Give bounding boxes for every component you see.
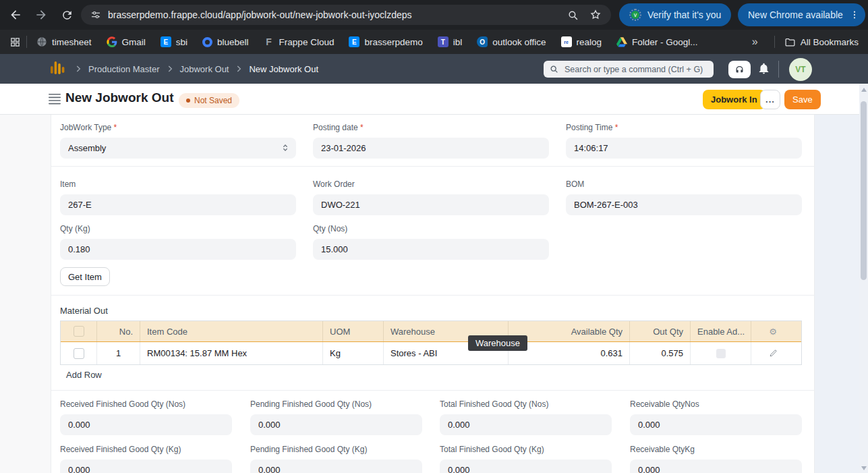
material-out-section-label: Material Out [60,306,108,316]
select-all-checkbox[interactable] [74,326,84,337]
search-icon [550,65,558,74]
apps-grid-icon[interactable] [9,36,21,48]
field-posting-date: Posting date [313,123,549,159]
bookmarks-overflow-chevron[interactable]: » [752,36,758,48]
bookmark-ibl[interactable]: T ibl [438,36,463,47]
site-settings-icon[interactable] [90,9,101,20]
scrollbar-thumb[interactable] [861,101,867,280]
pencil-edit-icon[interactable] [769,349,778,358]
page-title: New Jobwork Out [65,90,173,105]
pending-fg-qty-kg-input[interactable] [250,460,422,473]
more-actions-button[interactable]: ... [760,90,780,109]
qty-nos-input[interactable] [313,239,549,260]
erp-icon: E [349,36,359,47]
header-cell: Enable Ad... [691,321,751,341]
total-fg-qty-nos-input[interactable] [440,414,612,435]
verify-identity-button[interactable]: v Verify that it's you [619,3,731,26]
bookmark-bluebell[interactable]: bluebell [202,37,249,47]
page-header: New Jobwork Out Not Saved Jobwork In ...… [0,84,868,115]
posting-date-input[interactable] [313,138,549,159]
bookmark-brasserpdemo[interactable]: E brasserpdemo [349,36,422,47]
enable-additional-checkbox[interactable] [716,349,726,358]
all-bookmarks-button[interactable]: All Bookmarks [784,36,859,48]
field-label: Pending Finished Good Qty (Nos) [250,399,422,409]
sidebar-toggle-icon[interactable] [49,94,61,107]
status-badge-label: Not Saved [194,96,232,105]
pending-fg-qty-nos-input[interactable] [250,414,422,435]
field-label: Posting date [313,123,549,132]
back-icon[interactable] [8,7,23,22]
url-text[interactable]: brasserpdemo.frappe.cloud/app/jobwork-ou… [108,9,560,20]
bookmark-google-drive-folder[interactable]: Folder - Googl... [616,37,698,47]
bookmark-label: outlook office [492,37,546,47]
field-label: Received Finished Good Qty (Nos) [60,399,232,409]
google-drive-icon [616,37,627,47]
item-input[interactable] [60,194,296,215]
field-jobwork-type: JobWork Type [60,123,296,159]
gear-icon[interactable]: ⚙ [769,327,777,337]
field-qty-kg: Qty (Kg) [60,224,296,260]
breadcrumb-jobwork-out[interactable]: Jobwork Out [180,64,229,74]
total-fg-qty-kg-input[interactable] [440,460,612,473]
chrome-update-button[interactable]: New Chrome available [738,3,865,26]
field-label: Work Order [313,179,549,189]
row-edit-cell [751,342,794,364]
item-code-cell[interactable]: RM00134: 15.87 MM Hex [140,342,323,364]
address-bar[interactable]: brasserpdemo.frappe.cloud/app/jobwork-ou… [81,5,611,25]
verify-avatar-icon: v [629,9,641,21]
verify-identity-label: Verify that it's you [647,9,721,20]
form-container: JobWork Type Posting date Posting Time I… [51,115,815,473]
row-checkbox[interactable] [74,348,84,359]
uom-cell[interactable]: Kg [323,342,384,364]
qty-kg-input[interactable] [60,239,296,260]
global-search-input[interactable] [563,64,707,75]
user-avatar[interactable]: VT [789,58,812,81]
work-order-input[interactable] [313,194,549,215]
bookmark-gmail[interactable]: Gmail [107,36,146,47]
get-item-button[interactable]: Get Item [60,267,110,286]
bom-input[interactable] [566,194,802,215]
out-qty-cell[interactable]: 0.575 [630,342,691,364]
divider [774,36,775,48]
enable-additional-cell [691,342,751,364]
notifications-bell-icon[interactable] [757,61,770,78]
bookmark-outlook-office[interactable]: O outlook office [477,36,546,47]
app-logo-icon[interactable] [51,59,65,78]
bookmark-label: realog [577,37,602,47]
forward-icon[interactable] [34,7,49,22]
bookmark-timesheet[interactable]: timesheet [36,36,92,47]
erp-icon: E [161,36,171,47]
section-divider [51,295,814,296]
bookmark-label: timesheet [52,37,92,47]
bookmark-realog[interactable]: re realog [561,36,602,47]
browser-menu-icon[interactable] [849,9,860,20]
google-icon [107,36,117,47]
breadcrumb-production-master[interactable]: Production Master [88,64,160,74]
reload-icon[interactable] [59,7,74,22]
received-fg-qty-kg-input[interactable] [60,460,232,473]
help-headset-button[interactable] [728,61,751,78]
scroll-up-icon[interactable] [861,88,867,92]
received-fg-qty-nos-input[interactable] [60,414,232,435]
jobwork-type-select[interactable] [60,138,296,159]
bookmark-frappe-cloud[interactable]: F Frappe Cloud [264,36,335,47]
bookmark-label: brasserpdemo [364,37,422,47]
divider [778,61,779,78]
bookmark-sbi[interactable]: E sbi [161,36,187,47]
add-row-button[interactable]: Add Row [66,370,102,380]
breadcrumb-new-jobwork-out[interactable]: New Jobwork Out [249,64,318,74]
bookmark-star-icon[interactable] [589,9,602,21]
receivable-qty-nos-input[interactable] [630,414,802,435]
page-scrollbar[interactable] [859,84,868,473]
bookmark-label: bluebell [217,37,249,47]
search-icon[interactable] [567,9,579,21]
save-button[interactable]: Save [784,90,821,109]
bookmark-label: ibl [453,37,463,47]
receivable-qty-kg-input[interactable] [630,460,802,473]
global-search[interactable] [544,61,714,78]
field-label: BOM [566,179,802,189]
bookmark-label: Gmail [122,37,146,47]
jobwork-in-button[interactable]: Jobwork In [703,90,765,109]
scroll-down-icon[interactable] [861,466,867,470]
posting-time-input[interactable] [566,138,802,159]
